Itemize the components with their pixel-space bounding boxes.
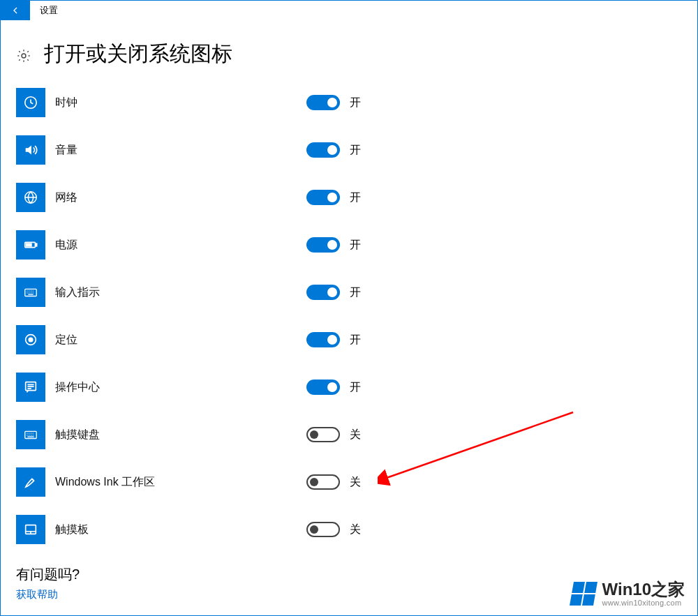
toggle-network[interactable]	[306, 190, 340, 205]
setting-row-touchkb: 触摸键盘关	[16, 420, 682, 449]
setting-row-power: 电源开	[16, 230, 682, 260]
toggle-power[interactable]	[306, 237, 340, 253]
arrow-left-icon	[10, 5, 21, 16]
toggle-state-label: 开	[350, 143, 361, 158]
toggle-location[interactable]	[306, 332, 340, 347]
watermark-url: www.win10xitong.com	[602, 599, 685, 607]
clock-icon	[16, 88, 45, 117]
toggle-state-label: 关	[350, 428, 361, 442]
setting-label: 时钟	[55, 96, 306, 110]
toggle-state-label: 开	[350, 190, 361, 205]
svg-rect-4	[36, 243, 37, 246]
toggle-actioncenter[interactable]	[306, 380, 340, 395]
volume-icon	[16, 135, 45, 165]
setting-label: 触摸键盘	[55, 428, 306, 442]
toggle-state-label: 关	[350, 523, 361, 537]
gear-icon	[16, 48, 31, 63]
location-icon	[16, 325, 45, 354]
actioncenter-icon	[16, 373, 45, 402]
setting-row-ime: 输入指示开	[16, 278, 682, 307]
toggle-state-label: 关	[350, 475, 361, 490]
footer-question: 有问题吗?	[16, 565, 80, 584]
setting-row-location: 定位开	[16, 325, 682, 354]
watermark-text: Win10之家	[602, 580, 685, 599]
setting-label: 操作中心	[55, 380, 306, 395]
toggle-clock[interactable]	[306, 95, 340, 110]
window-title: 设置	[30, 4, 58, 17]
svg-point-0	[22, 54, 26, 58]
setting-label: 输入指示	[55, 285, 306, 300]
toggle-touchpad[interactable]	[306, 522, 340, 537]
setting-label: 网络	[55, 190, 306, 205]
ime-icon	[16, 278, 45, 307]
network-icon	[16, 183, 45, 212]
toggle-state-label: 开	[350, 380, 361, 395]
toggle-state-label: 开	[350, 285, 361, 300]
setting-label: 触摸板	[55, 523, 306, 537]
toggle-state-label: 开	[350, 238, 361, 253]
touchpad-icon	[16, 515, 45, 544]
touchkb-icon	[16, 420, 45, 449]
setting-row-ink: Windows Ink 工作区关	[16, 467, 682, 497]
toggle-ink[interactable]	[306, 474, 340, 490]
toggle-touchkb[interactable]	[306, 427, 340, 442]
setting-label: 音量	[55, 143, 306, 158]
setting-row-clock: 时钟开	[16, 88, 682, 117]
setting-label: Windows Ink 工作区	[55, 475, 306, 490]
setting-row-actioncenter: 操作中心开	[16, 373, 682, 402]
back-button[interactable]	[1, 1, 30, 20]
watermark: Win10之家 www.win10xitong.com	[572, 580, 685, 607]
windows-logo-icon	[570, 582, 597, 606]
setting-row-network: 网络开	[16, 183, 682, 212]
setting-label: 电源	[55, 238, 306, 253]
setting-row-volume: 音量开	[16, 135, 682, 165]
toggle-ime[interactable]	[306, 285, 340, 300]
toggle-state-label: 开	[350, 96, 361, 110]
toggle-state-label: 开	[350, 333, 361, 347]
setting-label: 定位	[55, 333, 306, 347]
page-title: 打开或关闭系统图标	[44, 40, 232, 68]
svg-point-8	[29, 338, 33, 342]
ink-icon	[16, 467, 45, 497]
svg-rect-5	[27, 243, 31, 246]
toggle-volume[interactable]	[306, 142, 340, 158]
power-icon	[16, 230, 45, 260]
help-link[interactable]: 获取帮助	[16, 588, 80, 601]
setting-row-touchpad: 触摸板关	[16, 515, 682, 544]
